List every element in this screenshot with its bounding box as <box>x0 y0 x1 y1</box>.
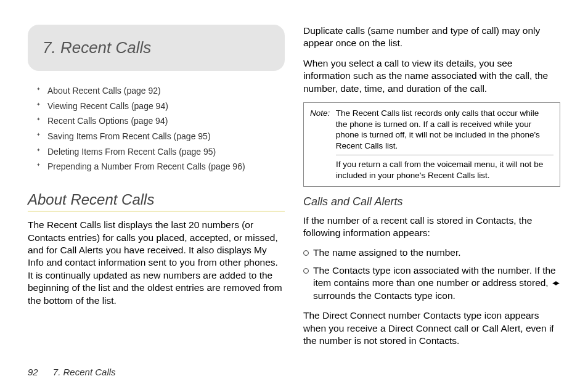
subheading-calls-alerts: Calls and Call Alerts <box>303 195 560 208</box>
bullet-item-icon: The Contacts type icon associated with t… <box>303 264 560 302</box>
toc-item: Prepending a Number From Recent Calls (p… <box>36 160 285 174</box>
footer-page-number: 92 <box>28 367 38 377</box>
paragraph-duplicate: Duplicate calls (same number and type of… <box>303 25 560 50</box>
note-divider <box>336 155 553 155</box>
toc-item: Saving Items From Recent Calls (page 95) <box>36 130 285 144</box>
chapter-header: 7. Recent Calls <box>28 25 285 71</box>
toc-item: About Recent Calls (page 92) <box>36 84 285 98</box>
bullet-text-part-b: surrounds the Contacts type icon. <box>313 290 455 301</box>
footer-chapter-title: 7. Recent Calls <box>53 367 116 377</box>
left-column: 7. Recent Calls About Recent Calls (page… <box>28 25 285 355</box>
note-text-1: The Recent Calls list records only calls… <box>336 108 552 151</box>
chapter-title: 7. Recent Calls <box>43 38 270 57</box>
toc-item: Deleting Items From Recent Calls (page 9… <box>36 145 285 159</box>
bullet-item-name: The name assigned to the number. <box>303 247 560 259</box>
bullet-list: The name assigned to the number. The Con… <box>303 247 560 302</box>
arrows-icon: ◀ ▶ <box>552 280 559 287</box>
paragraph-contacts-intro: If the number of a recent call is stored… <box>303 214 560 240</box>
note-text-2: If you return a call from the voicemail … <box>336 159 553 181</box>
paragraph-details: When you select a call to view its detai… <box>303 57 560 95</box>
page-footer: 92 7. Recent Calls <box>28 367 116 377</box>
bullet-text-part-a: The Contacts type icon associated with t… <box>313 265 556 288</box>
table-of-contents: About Recent Calls (page 92) Viewing Rec… <box>36 84 285 174</box>
toc-item: Viewing Recent Calls (page 94) <box>36 100 285 113</box>
heading-rule <box>28 211 285 211</box>
about-body-text: The Recent Calls list displays the last … <box>28 219 285 307</box>
right-column: Duplicate calls (same number and type of… <box>303 25 560 355</box>
toc-item: Recent Calls Options (page 94) <box>36 115 285 128</box>
note-label: Note: <box>310 108 333 119</box>
paragraph-direct-connect: The Direct Connect number Contacts type … <box>303 309 560 347</box>
section-heading-about: About Recent Calls <box>28 191 285 208</box>
note-box: Note: The Recent Calls list records only… <box>303 102 560 186</box>
